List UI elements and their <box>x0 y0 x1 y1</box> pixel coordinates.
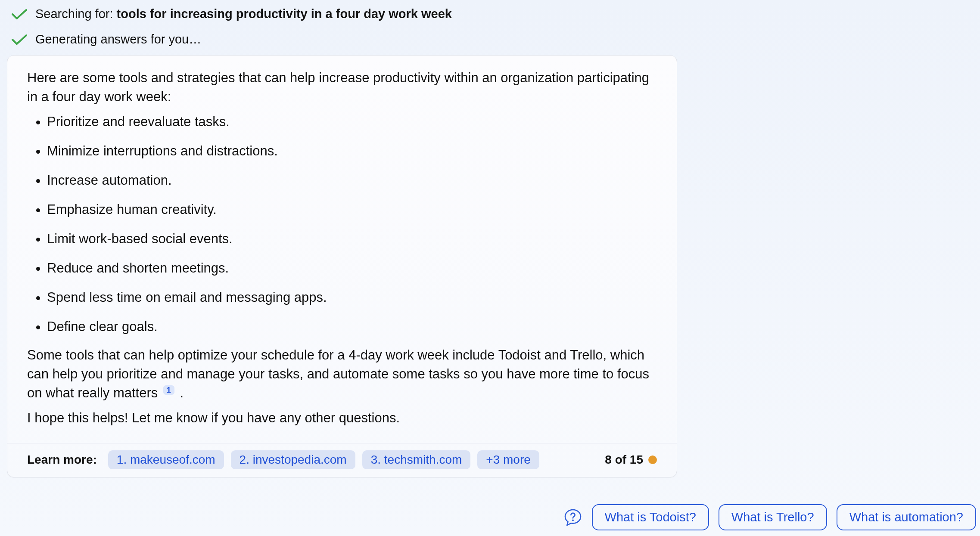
answer-card: Here are some tools and strategies that … <box>7 55 677 477</box>
counter-dot-icon <box>648 455 657 464</box>
list-item: Emphasize human creativity. <box>47 200 657 219</box>
turn-counter-text: 8 of 15 <box>605 453 643 467</box>
status-generating: Generating answers for you… <box>7 30 973 49</box>
turn-counter: 8 of 15 <box>605 453 657 467</box>
svg-point-0 <box>572 519 574 521</box>
suggestion-pill[interactable]: What is Todoist? <box>592 504 709 530</box>
answer-paragraph-tools: Some tools that can help optimize your s… <box>27 346 657 403</box>
suggestion-pill[interactable]: What is automation? <box>837 504 976 530</box>
suggestion-pill[interactable]: What is Trello? <box>719 504 827 530</box>
help-chat-icon[interactable] <box>563 508 582 527</box>
list-item: Prioritize and reevaluate tasks. <box>47 112 657 131</box>
answer-footer: Learn more: 1. makeuseof.com 2. investop… <box>7 443 677 477</box>
source-chip[interactable]: 2. investopedia.com <box>231 450 355 469</box>
status-generating-text: Generating answers for you… <box>35 32 201 46</box>
answer-para2-pre: Some tools that can help optimize your s… <box>27 347 649 400</box>
answer-para2-post: . <box>180 385 184 400</box>
list-item: Spend less time on email and messaging a… <box>47 288 657 307</box>
learnmore-label: Learn more: <box>27 453 97 467</box>
list-item: Minimize interruptions and distractions. <box>47 142 657 161</box>
source-chip[interactable]: 3. techsmith.com <box>362 450 471 469</box>
list-item: Define clear goals. <box>47 317 657 336</box>
answer-intro: Here are some tools and strategies that … <box>27 68 657 106</box>
list-item: Reduce and shorten meetings. <box>47 259 657 278</box>
list-item: Increase automation. <box>47 171 657 190</box>
suggestions-row: What is Todoist? What is Trello? What is… <box>7 504 976 530</box>
more-sources-chip[interactable]: +3 more <box>477 450 539 469</box>
checkmark-icon <box>11 9 28 20</box>
answer-closing: I hope this helps! Let me know if you ha… <box>27 409 657 428</box>
status-searching-prefix: Searching for: <box>35 7 117 21</box>
list-item: Limit work-based social events. <box>47 229 657 248</box>
source-chip[interactable]: 1. makeuseof.com <box>108 450 224 469</box>
status-searching: Searching for: tools for increasing prod… <box>7 4 973 24</box>
status-searching-query: tools for increasing productivity in a f… <box>117 7 452 21</box>
citation-1[interactable]: 1 <box>163 385 174 395</box>
checkmark-icon <box>11 34 28 45</box>
status-searching-text: Searching for: tools for increasing prod… <box>35 7 452 21</box>
answer-bullet-list: Prioritize and reevaluate tasks. Minimiz… <box>27 112 657 336</box>
answer-body: Here are some tools and strategies that … <box>7 56 677 443</box>
